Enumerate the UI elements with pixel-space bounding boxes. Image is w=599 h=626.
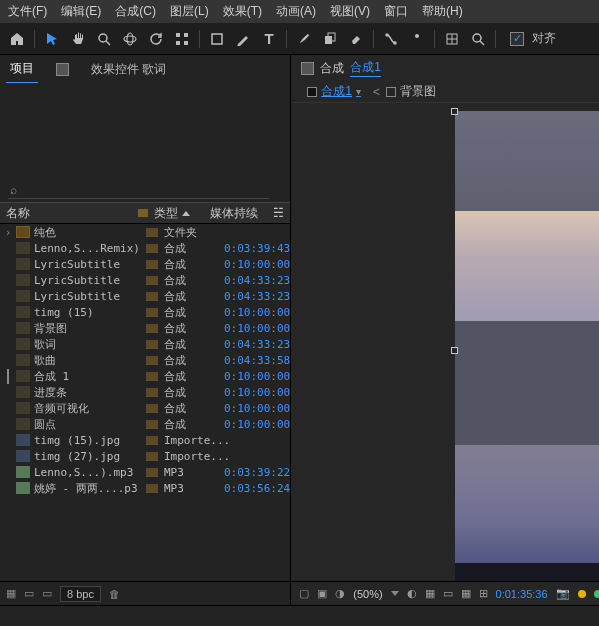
expand-icon[interactable]: › [0, 226, 16, 239]
project-item[interactable]: 音频可视化合成0:10:00:00 [0, 400, 290, 416]
col-label[interactable] [132, 209, 148, 217]
label-color-icon[interactable] [146, 388, 158, 397]
region-icon[interactable]: ▭ [443, 587, 453, 600]
menu-help[interactable]: 帮助(H) [422, 3, 463, 20]
comp-tab-name[interactable]: 合成1 [350, 59, 381, 77]
label-color-icon[interactable] [146, 420, 158, 429]
label-color-icon[interactable] [146, 228, 158, 237]
project-item[interactable]: LyricSubtitle合成0:04:33:23 [0, 288, 290, 304]
interpret-footage-icon[interactable]: ▦ [6, 587, 16, 600]
resolution-icon[interactable]: ◐ [407, 587, 417, 600]
project-item[interactable]: timg (15).jpgImporte... [0, 432, 290, 448]
anchor-tool-icon[interactable] [171, 28, 193, 50]
camera-icon[interactable]: 📷 [556, 587, 570, 600]
channel-icon[interactable]: ▣ [317, 587, 327, 600]
text-tool-icon[interactable]: T [258, 28, 280, 50]
col-media-duration[interactable]: 媒体持续☵ [204, 205, 290, 222]
label-color-icon[interactable] [146, 372, 158, 381]
composition-viewer[interactable] [291, 103, 599, 581]
project-item[interactable]: 姚婷 - 两两....p3MP30:03:56:24 [0, 480, 290, 496]
transform-handle[interactable] [451, 108, 458, 115]
new-bin-icon[interactable]: ▭ [24, 587, 34, 600]
snap-checkbox[interactable]: ✓ [510, 32, 524, 46]
bit-depth-button[interactable]: 8 bpc [60, 586, 101, 602]
zoom-dropdown[interactable]: (50%) [353, 588, 382, 600]
label-color-icon[interactable] [146, 468, 158, 477]
project-item[interactable]: timg (15)合成0:10:00:00 [0, 304, 290, 320]
crumb-comp1[interactable]: 合成1▾ [307, 83, 367, 100]
menu-view[interactable]: 视图(V) [330, 3, 370, 20]
menu-effect[interactable]: 效果(T) [223, 3, 262, 20]
col-name[interactable]: 名称 [0, 205, 132, 222]
clone-tool-icon[interactable] [319, 28, 341, 50]
viewer-canvas[interactable] [455, 111, 599, 581]
svg-rect-4 [184, 33, 188, 37]
project-item[interactable]: 圆点合成0:10:00:00 [0, 416, 290, 432]
draft-3d-icon[interactable] [578, 590, 586, 598]
grid-icon[interactable]: ▦ [461, 587, 471, 600]
crumb-background[interactable]: 背景图 [386, 83, 442, 100]
fast-previews-icon[interactable] [594, 590, 599, 598]
project-item[interactable]: 歌曲合成0:04:33:58 [0, 352, 290, 368]
guides-icon[interactable]: ⊞ [479, 587, 488, 600]
puppet-tool-icon[interactable] [406, 28, 428, 50]
timecode-display[interactable]: 0:01:35:36 [496, 588, 548, 600]
new-folder-icon[interactable]: ▭ [42, 587, 52, 600]
rotate-tool-icon[interactable] [145, 28, 167, 50]
project-item[interactable]: 歌词合成0:04:33:23 [0, 336, 290, 352]
tab-effect-controls[interactable]: 效果控件 歌词 [87, 56, 170, 83]
brush-tool-icon[interactable] [293, 28, 315, 50]
roto-tool-icon[interactable] [380, 28, 402, 50]
label-color-icon[interactable] [146, 276, 158, 285]
label-color-icon[interactable] [146, 452, 158, 461]
home-icon[interactable] [6, 28, 28, 50]
menu-window[interactable]: 窗口 [384, 3, 408, 20]
label-color-icon[interactable] [146, 292, 158, 301]
project-search-input[interactable] [8, 181, 269, 199]
project-item[interactable]: 背景图合成0:10:00:00 [0, 320, 290, 336]
project-items-list[interactable]: ›纯色文件夹Lenno,S...Remix)合成0:03:39:43LyricS… [0, 224, 290, 581]
pen-tool-icon[interactable] [232, 28, 254, 50]
label-color-icon[interactable] [146, 436, 158, 445]
project-item[interactable]: Lenno,S...Remix)合成0:03:39:43 [0, 240, 290, 256]
take-snapshot-icon[interactable]: ▢ [299, 587, 309, 600]
label-color-icon[interactable] [146, 324, 158, 333]
grid-tool-icon[interactable] [441, 28, 463, 50]
shape-tool-icon[interactable] [206, 28, 228, 50]
mask-icon[interactable]: ◑ [335, 587, 345, 600]
orbit-tool-icon[interactable] [119, 28, 141, 50]
hand-tool-icon[interactable] [67, 28, 89, 50]
menu-file[interactable]: 文件(F) [8, 3, 47, 20]
item-checkbox[interactable] [7, 369, 9, 384]
label-color-icon[interactable] [146, 308, 158, 317]
col-type[interactable]: 类型 [148, 205, 204, 222]
project-item[interactable]: LyricSubtitle合成0:10:00:00 [0, 256, 290, 272]
menu-edit[interactable]: 编辑(E) [61, 3, 101, 20]
project-item[interactable]: LyricSubtitle合成0:04:33:23 [0, 272, 290, 288]
menu-composition[interactable]: 合成(C) [115, 3, 156, 20]
selection-tool-icon[interactable] [41, 28, 63, 50]
flowchart-icon[interactable]: ☵ [273, 206, 284, 220]
label-color-icon[interactable] [146, 244, 158, 253]
project-item[interactable]: ›纯色文件夹 [0, 224, 290, 240]
transform-handle[interactable] [451, 347, 458, 354]
label-color-icon[interactable] [146, 260, 158, 269]
menu-layer[interactable]: 图层(L) [170, 3, 209, 20]
project-item[interactable]: 进度条合成0:10:00:00 [0, 384, 290, 400]
label-color-icon[interactable] [146, 356, 158, 365]
label-color-icon[interactable] [146, 484, 158, 493]
project-item[interactable]: Lenno,S...).mp3MP30:03:39:22 [0, 464, 290, 480]
label-color-icon[interactable] [146, 340, 158, 349]
trash-icon[interactable]: 🗑 [109, 588, 120, 600]
main-layout: 项目 效果控件 歌词 ⌕ 名称 类型 媒体持续☵ ›纯色文件夹Lenno,S..… [0, 55, 599, 605]
zoom-tool-icon[interactable] [93, 28, 115, 50]
menu-animation[interactable]: 动画(A) [276, 3, 316, 20]
label-color-icon[interactable] [146, 404, 158, 413]
transparency-icon[interactable]: ▦ [425, 587, 435, 600]
project-item[interactable]: timg (27).jpgImporte... [0, 448, 290, 464]
item-type: 合成 [164, 321, 220, 336]
eraser-tool-icon[interactable] [345, 28, 367, 50]
tab-project[interactable]: 项目 [6, 55, 38, 84]
search-icon[interactable] [467, 28, 489, 50]
project-item[interactable]: 合成 1合成0:10:00:00 [0, 368, 290, 384]
